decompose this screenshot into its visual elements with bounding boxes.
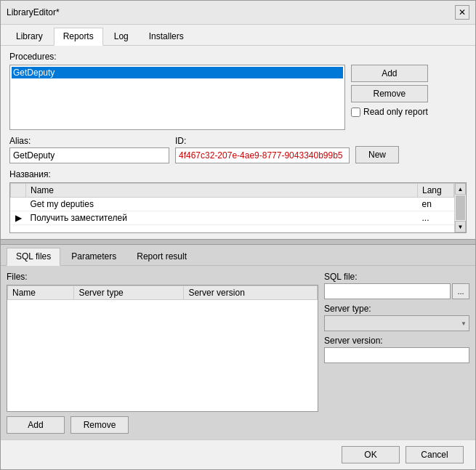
files-col-name: Name xyxy=(8,286,74,300)
alias-label: Alias: xyxy=(9,136,169,146)
row-lang: ... xyxy=(418,211,454,225)
alias-field-group: Alias: xyxy=(9,136,169,163)
table-row[interactable]: ▶ Получить заместителей ... xyxy=(11,211,466,225)
bottom-buttons: OK Cancel xyxy=(1,439,475,469)
names-col-lang: Lang xyxy=(418,184,454,198)
files-add-button[interactable]: Add xyxy=(7,416,65,434)
row-name: Получить заместителей xyxy=(26,211,418,225)
list-item[interactable]: GetDeputy xyxy=(12,67,343,78)
server-type-select[interactable] xyxy=(324,315,469,331)
subtab-parameters[interactable]: Parameters xyxy=(62,248,126,265)
library-editor-dialog: LibraryEditor* ✕ Library Reports Log Ins… xyxy=(0,0,476,470)
names-col-arrow xyxy=(11,184,26,198)
names-table: Name Lang Get my deputies en xyxy=(10,183,466,225)
server-version-section: Server version: xyxy=(324,336,469,363)
names-label: Названия: xyxy=(9,169,467,179)
id-input[interactable] xyxy=(175,147,350,163)
server-version-label: Server version: xyxy=(324,336,469,346)
alias-id-row: Alias: ID: New xyxy=(9,136,467,163)
files-col-server-version: Server version xyxy=(184,286,318,300)
row-arrow xyxy=(11,198,26,211)
procedures-label: Procedures: xyxy=(9,52,467,62)
upper-panel: Procedures: GetDeputy Add Remove Read on… xyxy=(1,46,475,239)
sql-file-input-row: ... xyxy=(324,283,469,299)
tab-log[interactable]: Log xyxy=(105,28,138,45)
names-section: Названия: Name Lang Get m xyxy=(9,169,467,233)
title-bar: LibraryEditor* ✕ xyxy=(1,1,475,25)
lower-panel: SQL files Parameters Report result Files… xyxy=(1,245,475,439)
id-field-group: ID: xyxy=(175,136,350,163)
scroll-thumb[interactable] xyxy=(456,195,465,220)
tab-reports[interactable]: Reports xyxy=(54,28,103,46)
add-procedure-button[interactable]: Add xyxy=(351,65,428,82)
names-scrollbar[interactable]: ▲ ▼ xyxy=(454,183,466,232)
row-name: Get my deputies xyxy=(26,198,418,211)
readonly-row: Read only report xyxy=(351,107,428,117)
remove-procedure-button[interactable]: Remove xyxy=(351,85,428,102)
readonly-label: Read only report xyxy=(363,107,428,117)
table-row[interactable]: Get my deputies en xyxy=(11,198,466,211)
server-type-label: Server type: xyxy=(324,304,469,314)
main-tabs-bar: Library Reports Log Installers xyxy=(1,25,475,46)
dialog-title: LibraryEditor* xyxy=(7,7,60,17)
panel-divider xyxy=(1,239,475,245)
sql-file-input-section: SQL file: ... xyxy=(324,272,469,299)
scroll-down-arrow[interactable]: ▼ xyxy=(455,221,466,232)
alias-input[interactable] xyxy=(9,147,169,163)
sql-file-label: SQL file: xyxy=(324,272,469,282)
ok-button[interactable]: OK xyxy=(342,446,400,463)
new-button[interactable]: New xyxy=(355,146,399,163)
readonly-checkbox-container: Read only report xyxy=(351,107,428,117)
files-table: Name Server type Server version xyxy=(7,285,318,300)
id-label: ID: xyxy=(175,136,350,146)
procedures-buttons: Add Remove Read only report xyxy=(351,65,428,130)
names-table-container[interactable]: Name Lang Get my deputies en xyxy=(9,182,467,233)
server-version-input[interactable] xyxy=(324,347,469,363)
browse-button[interactable]: ... xyxy=(452,283,469,299)
sql-files-content: Files: Name Server type Server version xyxy=(1,266,475,439)
sub-tabs-bar: SQL files Parameters Report result xyxy=(1,245,475,266)
procedures-list[interactable]: GetDeputy xyxy=(9,65,345,130)
scroll-up-arrow[interactable]: ▲ xyxy=(455,183,466,195)
readonly-checkbox[interactable] xyxy=(351,108,360,117)
sql-file-section: SQL file: ... Server type: Serve xyxy=(324,272,469,434)
files-section: Files: Name Server type Server version xyxy=(7,272,318,434)
tab-library[interactable]: Library xyxy=(7,28,52,45)
subtab-report-result[interactable]: Report result xyxy=(127,248,196,265)
files-label: Files: xyxy=(7,272,318,282)
files-table-container[interactable]: Name Server type Server version xyxy=(7,285,318,412)
server-type-section: Server type: xyxy=(324,304,469,331)
tab-installers[interactable]: Installers xyxy=(140,28,193,45)
close-button[interactable]: ✕ xyxy=(455,5,469,20)
files-remove-button[interactable]: Remove xyxy=(70,416,129,434)
subtab-sql-files[interactable]: SQL files xyxy=(7,248,60,266)
procedures-row: GetDeputy Add Remove Read only report xyxy=(9,65,467,130)
server-type-select-wrapper xyxy=(324,315,469,331)
files-col-server-type: Server type xyxy=(74,286,184,300)
names-col-name: Name xyxy=(26,184,418,198)
sql-file-input[interactable] xyxy=(324,283,451,299)
cancel-button[interactable]: Cancel xyxy=(406,446,464,463)
row-lang: en xyxy=(418,198,454,211)
files-add-remove: Add Remove xyxy=(7,416,318,434)
row-arrow: ▶ xyxy=(11,211,26,225)
